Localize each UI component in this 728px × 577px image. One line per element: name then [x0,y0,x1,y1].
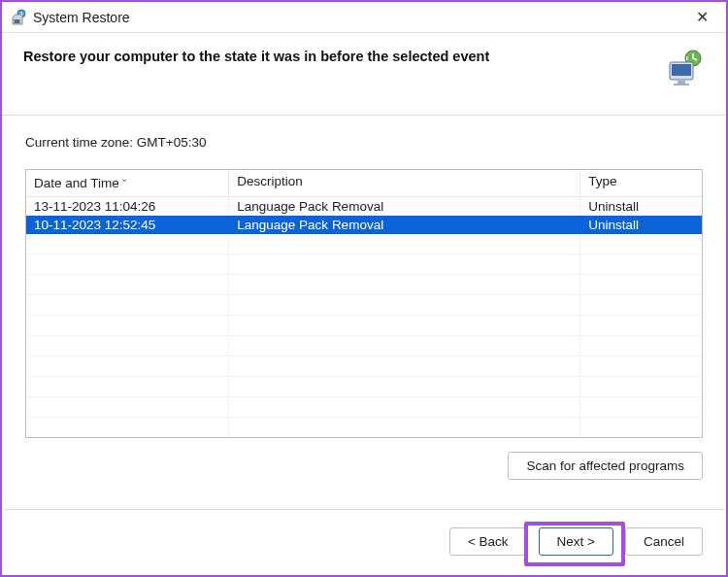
table-row [26,295,702,316]
table-row [26,418,702,438]
cell-date: 10-11-2023 12:52:45 [26,216,229,234]
timezone-label: Current time zone: GMT+05:30 [25,135,703,150]
table-row [26,275,702,295]
table-row [26,255,702,275]
table-row [26,397,702,418]
next-button[interactable]: Next > [539,527,613,556]
table-row[interactable]: 10-11-2023 12:52:45 Language Pack Remova… [26,216,702,234]
column-header-type[interactable]: Type [580,170,702,196]
column-header-date[interactable]: Date and Time⌄ [26,170,229,196]
scan-affected-programs-button[interactable]: Scan for affected programs [508,452,703,480]
column-header-date-label: Date and Time [34,176,119,190]
cell-date: 13-11-2023 11:04:26 [26,196,229,216]
chevron-down-icon: ⌄ [120,173,128,184]
cell-description: Language Pack Removal [229,196,580,216]
cell-description: Language Pack Removal [229,216,580,234]
wizard-header: Restore your computer to the state it wa… [2,33,726,116]
table-row [26,356,702,377]
svg-rect-5 [678,81,685,84]
close-icon[interactable]: ✕ [686,6,718,28]
titlebar: System Restore ✕ [2,2,726,33]
svg-rect-6 [674,84,689,85]
table-row [26,377,702,397]
svg-rect-1 [15,19,20,23]
page-title: Restore your computer to the state it wa… [23,49,666,64]
table-row [26,316,702,336]
svg-rect-4 [672,64,691,76]
content-area: Current time zone: GMT+05:30 Date and Ti… [2,116,726,490]
restore-graphic-icon [666,49,705,87]
window-title: System Restore [33,10,686,25]
back-button[interactable]: < Back [449,527,527,556]
cell-type: Uninstall [580,196,702,216]
cancel-button[interactable]: Cancel [625,527,703,556]
table-row [26,336,702,356]
wizard-footer: < Back Next > Cancel [4,509,724,573]
table-row [26,234,702,255]
column-header-description[interactable]: Description [229,170,580,196]
restore-points-table: Date and Time⌄ Description Type 13-11-20… [25,169,703,438]
system-restore-icon [10,9,27,26]
table-row[interactable]: 13-11-2023 11:04:26 Language Pack Remova… [26,196,702,216]
cell-type: Uninstall [580,216,702,234]
